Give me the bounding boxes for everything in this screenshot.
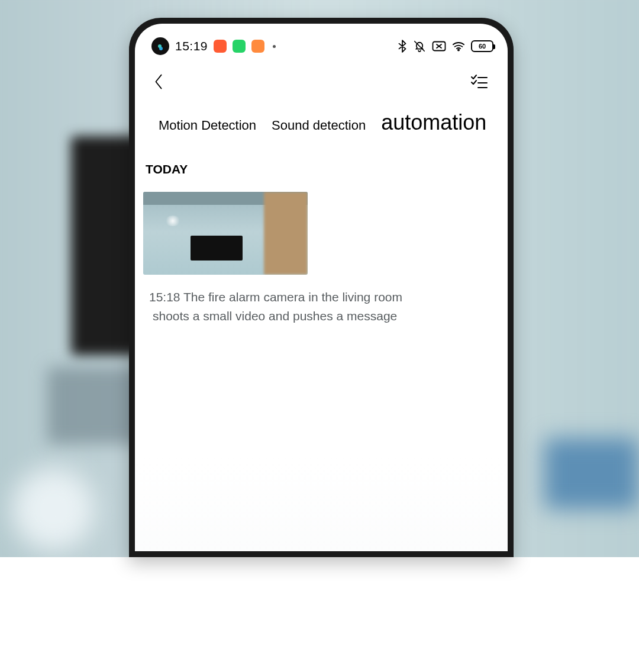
status-time: 15:19 (175, 39, 208, 53)
tab-sound-detection[interactable]: Sound detection (272, 118, 366, 133)
wifi-icon (452, 41, 465, 52)
bottom-fade-overlay (135, 456, 508, 551)
filter-list-button[interactable] (467, 70, 491, 94)
dnd-muted-icon (413, 40, 426, 53)
event-line-1: 15:18 The fire alarm camera in the livin… (149, 290, 402, 304)
tabs-row: Motion Detection Sound detection automat… (135, 96, 508, 135)
bluetooth-icon (398, 40, 407, 53)
battery-indicator: 60 (471, 40, 493, 52)
app-header (135, 62, 508, 96)
screen-record-off-icon (432, 41, 446, 52)
status-bar: 15:19 (135, 24, 508, 62)
event-thumbnail[interactable] (143, 192, 308, 275)
event-feed: TODAY 15:18 The fire alarm camera in the… (135, 135, 508, 325)
phone-screen: 15:19 (135, 24, 508, 551)
event-line-2: shoots a small video and pushes a messag… (149, 307, 397, 326)
running-app-icon (251, 40, 264, 53)
section-today-label: TODAY (143, 162, 499, 176)
running-app-icon (233, 40, 246, 53)
running-app-icon (214, 40, 227, 53)
event-description: 15:18 The fire alarm camera in the livin… (143, 288, 499, 325)
page-bottom-whitespace (0, 557, 639, 672)
assistant-indicator-icon (151, 37, 169, 55)
phone-frame: 15:19 (129, 18, 514, 557)
battery-level: 60 (479, 43, 486, 50)
back-button[interactable] (147, 70, 170, 94)
svg-point-4 (458, 49, 459, 50)
tab-motion-detection[interactable]: Motion Detection (159, 118, 256, 133)
tab-automation[interactable]: automation (381, 110, 486, 135)
more-notifications-icon (273, 45, 276, 48)
